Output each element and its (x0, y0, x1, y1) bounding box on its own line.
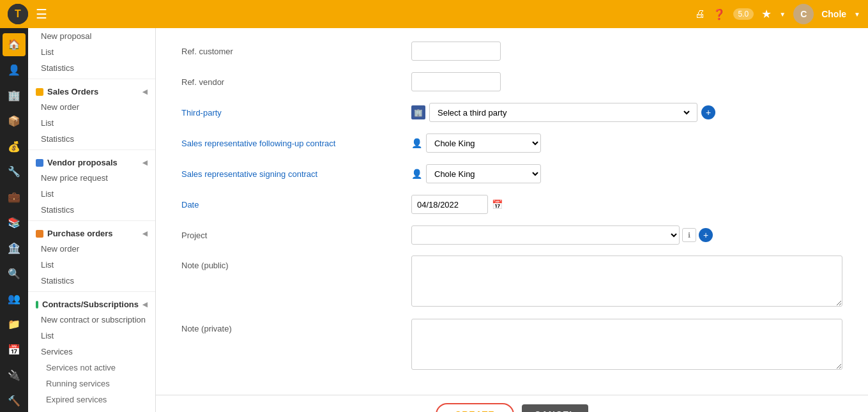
nav-briefcase[interactable]: 💼 (3, 186, 26, 209)
sidebar-item-services-running[interactable]: Running services (28, 376, 155, 392)
sidebar-item-sales-stats[interactable]: Statistics (28, 131, 155, 147)
ref-customer-input[interactable] (411, 42, 501, 61)
topbar: T ☰ 🖨 ❓ 5.0 ★ ▼ C Chole ▼ (0, 0, 868, 28)
sidebar-section-purchase[interactable]: Purchase orders ◀ (28, 224, 155, 241)
icon-sidebar: 🏠 👤 🏢 📦 💰 🔧 💼 📚 🏦 🔍 👥 📁 📅 🔌 🔨 (0, 28, 28, 412)
nav-plug[interactable]: 🔌 (3, 363, 26, 386)
print-icon[interactable]: 🖨 (695, 8, 705, 20)
sidebar-item-purchase-list[interactable]: List (28, 257, 155, 273)
sales-rep-signing-label: Sales representative signing contract (181, 169, 411, 179)
note-public-content (411, 256, 842, 309)
sidebar-section-contracts[interactable]: Contracts/Subscriptions ◀ (28, 294, 155, 312)
divider-2 (28, 149, 155, 150)
sidebar-item-proposals-stats[interactable]: Statistics (28, 60, 155, 76)
nav-bank[interactable]: 🏦 (3, 236, 26, 259)
sidebar-item-proposals-list[interactable]: List (28, 44, 155, 60)
divider-4 (28, 291, 155, 292)
nav-building[interactable]: 🏢 (3, 84, 26, 107)
star-caret[interactable]: ▼ (779, 11, 786, 18)
sidebar-item-vendor-stats[interactable]: Statistics (28, 202, 155, 218)
note-public-row: Note (public) (181, 256, 842, 309)
purchase-section-icon (36, 230, 43, 238)
sidebar-item-contracts-new[interactable]: New contract or subscription (28, 312, 155, 328)
nav-search[interactable]: 🔍 (3, 262, 26, 285)
ref-vendor-label: Ref. vendor (181, 77, 411, 87)
sidebar-item-vendor-list[interactable]: List (28, 186, 155, 202)
third-party-building-icon: 🏢 (411, 105, 425, 119)
note-private-label: Note (private) (181, 319, 411, 333)
rep-followup-person-icon: 👤 (411, 138, 422, 148)
note-private-content (411, 319, 842, 372)
sales-rep-followup-label: Sales representative following-up contra… (181, 139, 411, 148)
note-public-textarea[interactable] (411, 256, 842, 307)
vendor-section-icon (36, 159, 43, 167)
date-input[interactable] (411, 195, 488, 214)
sidebar-section-sales[interactable]: Sales Orders ◀ (28, 82, 155, 99)
content-area: Ref. customer Ref. vendor Third-party 🏢 … (156, 28, 868, 412)
sidebar-item-purchase-new[interactable]: New order (28, 241, 155, 257)
sidebar-item-new-proposal[interactable]: New proposal (28, 28, 155, 44)
cancel-button[interactable]: CANCEL (522, 404, 588, 412)
user-name[interactable]: Chole (821, 9, 846, 19)
main-layout: 🏠 👤 🏢 📦 💰 🔧 💼 📚 🏦 🔍 👥 📁 📅 🔌 🔨 New propos… (0, 28, 868, 412)
help-icon[interactable]: ❓ (713, 8, 726, 20)
note-private-row: Note (private) (181, 319, 842, 372)
nav-box[interactable]: 📦 (3, 109, 26, 132)
sales-rep-signing-controls: 👤 Chole King (411, 164, 541, 183)
user-caret[interactable]: ▼ (854, 11, 860, 18)
project-info-btn[interactable]: ℹ (682, 228, 696, 242)
sidebar-item-sales-new[interactable]: New order (28, 99, 155, 115)
sidebar-item-purchase-stats[interactable]: Statistics (28, 273, 155, 289)
project-select[interactable] (411, 225, 680, 245)
sidebar-section-sales-label: Sales Orders (47, 87, 98, 96)
svg-text:T: T (15, 8, 21, 19)
sidebar-item-services-expired[interactable]: Expired services (28, 392, 155, 408)
sales-rep-signing-select[interactable]: Chole King (426, 164, 541, 183)
note-public-label: Note (public) (181, 256, 411, 270)
topbar-right: 🖨 ❓ 5.0 ★ ▼ C Chole ▼ (695, 4, 860, 24)
app-logo: T (8, 4, 28, 24)
nav-home[interactable]: 🏠 (3, 33, 26, 56)
project-row: Project ℹ + (181, 225, 842, 245)
note-private-textarea[interactable] (411, 319, 842, 370)
third-party-row: Third-party 🏢 Select a third party + (181, 102, 842, 123)
project-controls: ℹ + (411, 225, 713, 245)
date-controls: 📅 (411, 195, 503, 214)
form-body: Ref. customer Ref. vendor Third-party 🏢 … (156, 28, 868, 395)
third-party-select[interactable]: Select a third party (435, 107, 692, 118)
nav-folder[interactable]: 📁 (3, 313, 26, 336)
sidebar-item-vendor-new[interactable]: New price request (28, 170, 155, 186)
calendar-picker-icon[interactable]: 📅 (492, 199, 503, 210)
sidebar-section-vendor[interactable]: Vendor proposals ◀ (28, 153, 155, 170)
sidebar-item-services-inactive[interactable]: Services not active (28, 360, 155, 376)
sidebar-item-contracts-services[interactable]: Services (28, 344, 155, 360)
sidebar-item-sales-list[interactable]: List (28, 115, 155, 131)
sales-rep-signing-row: Sales representative signing contract 👤 … (181, 164, 842, 184)
third-party-select-wrapper[interactable]: Select a third party (429, 103, 697, 122)
vendor-chevron: ◀ (142, 159, 148, 166)
nav-tools[interactable]: 🔧 (3, 160, 26, 183)
version-badge: 5.0 (733, 8, 754, 20)
hamburger-menu[interactable]: ☰ (36, 6, 47, 22)
avatar[interactable]: C (793, 4, 814, 24)
ref-vendor-row: Ref. vendor (181, 72, 842, 92)
star-icon[interactable]: ★ (761, 7, 772, 21)
nav-wrench[interactable]: 🔨 (3, 389, 26, 412)
divider-1 (28, 79, 155, 79)
nav-calendar[interactable]: 📅 (3, 339, 26, 362)
sales-rep-followup-controls: 👤 Chole King (411, 134, 541, 153)
sales-rep-followup-select[interactable]: Chole King (426, 134, 541, 153)
nav-people[interactable]: 👥 (3, 287, 26, 310)
nav-user[interactable]: 👤 (3, 59, 26, 82)
ref-customer-row: Ref. customer (181, 41, 842, 61)
ref-vendor-input[interactable] (411, 72, 501, 91)
sales-rep-followup-row: Sales representative following-up contra… (181, 133, 842, 153)
third-party-add-btn[interactable]: + (701, 105, 715, 119)
bottom-bar: CREATE CANCEL (156, 395, 868, 412)
nav-layers[interactable]: 📚 (3, 211, 26, 234)
date-label: Date (181, 200, 411, 210)
sidebar-item-contracts-list[interactable]: List (28, 328, 155, 344)
nav-coin[interactable]: 💰 (3, 135, 26, 158)
project-add-btn[interactable]: + (699, 228, 713, 242)
create-button[interactable]: CREATE (436, 403, 514, 412)
